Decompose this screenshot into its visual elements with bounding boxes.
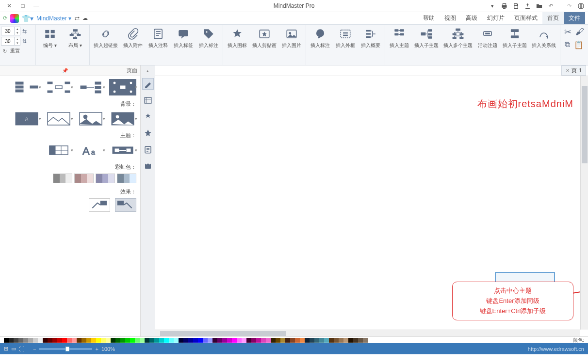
theme-icon[interactable]: 👕▾	[22, 15, 33, 22]
tool-history[interactable]	[142, 160, 154, 172]
insert-tag-button[interactable]: 插入标注	[198, 27, 219, 49]
palette-color[interactable]	[159, 338, 164, 343]
insert-icon-button[interactable]: 插入图标	[227, 27, 247, 49]
palette-color[interactable]	[212, 338, 217, 343]
palette-color[interactable]	[348, 338, 353, 343]
palette-color[interactable]	[23, 338, 28, 343]
palette-color[interactable]	[135, 338, 140, 343]
palette-color[interactable]	[111, 338, 115, 343]
palette-color[interactable]	[77, 338, 82, 343]
palette-color[interactable]	[57, 338, 62, 343]
palette-color[interactable]	[363, 338, 368, 343]
zoom-slider[interactable]	[39, 348, 92, 350]
palette-color[interactable]	[339, 338, 343, 343]
palette-color[interactable]	[48, 338, 52, 343]
palette-color[interactable]	[217, 338, 222, 343]
palette-color[interactable]	[149, 338, 154, 343]
layout-thumb-1[interactable]	[13, 79, 40, 95]
pin-icon[interactable]: 📌	[62, 68, 68, 73]
palette-color[interactable]	[305, 338, 310, 343]
palette-color[interactable]	[242, 338, 246, 343]
palette-color[interactable]	[33, 338, 38, 343]
side-panel-tab[interactable]: 📌 页面	[0, 65, 140, 76]
paintbrush-icon[interactable]: ✂	[564, 27, 572, 37]
palette-color[interactable]	[154, 338, 159, 343]
bg-thumb-2[interactable]	[45, 111, 72, 127]
palette-color[interactable]	[251, 338, 256, 343]
palette-color[interactable]	[4, 338, 9, 343]
undo-icon[interactable]: ↶	[546, 1, 555, 10]
layout-thumb-2[interactable]	[45, 79, 72, 95]
palette-color[interactable]	[14, 338, 18, 343]
palette-color[interactable]	[208, 338, 212, 343]
fit-icon[interactable]: ▭	[11, 346, 16, 352]
palette-color[interactable]	[18, 338, 23, 343]
reset-spacing-button[interactable]: ↻重置	[1, 47, 27, 55]
insert-comment-button[interactable]: 插入标签	[173, 27, 194, 49]
layout-thumb-3[interactable]	[77, 79, 104, 95]
bg-thumb-4[interactable]	[109, 111, 136, 127]
insert-hyperlink-button[interactable]: 插入超链接	[94, 27, 118, 49]
open-icon[interactable]	[535, 1, 543, 10]
insert-multi-topic-button[interactable]: 插入多个主题	[443, 27, 473, 49]
palette-color[interactable]	[203, 338, 208, 343]
insert-note-button[interactable]: 插入注释	[148, 27, 168, 49]
theme-thumb-3[interactable]	[109, 142, 136, 158]
export-icon[interactable]	[523, 1, 532, 10]
effect-thumb-1[interactable]	[89, 198, 110, 212]
doc-title[interactable]: MindMaster ▾	[36, 15, 71, 22]
tool-outline[interactable]	[142, 95, 154, 106]
palette-color[interactable]	[179, 338, 183, 343]
close-button[interactable]: ✕	[3, 1, 16, 11]
palette-color[interactable]	[276, 338, 280, 343]
bg-thumb-3[interactable]	[77, 111, 104, 127]
globe-icon[interactable]	[576, 1, 585, 10]
copy-icon[interactable]: ⧉	[565, 40, 570, 49]
zoom-in-button[interactable]: +	[95, 346, 98, 352]
canvas-scrollbar-v[interactable]	[580, 76, 588, 330]
refresh-icon[interactable]: ⟳	[3, 15, 7, 21]
palette-color[interactable]	[271, 338, 276, 343]
palette-color[interactable]	[38, 338, 43, 343]
print-icon[interactable]	[500, 1, 508, 10]
palette-color[interactable]	[319, 338, 324, 343]
palette-color[interactable]	[169, 338, 174, 343]
insert-boundary-button[interactable]: 插入外框	[335, 27, 356, 49]
palette-color[interactable]	[198, 338, 203, 343]
redo-icon[interactable]: ↷	[565, 1, 573, 10]
effect-thumb-2[interactable]	[115, 198, 136, 212]
tab-layout[interactable]: 页面样式	[509, 12, 542, 24]
paste-icon[interactable]: 📋	[574, 40, 584, 49]
close-tab-icon[interactable]: ✕	[566, 68, 570, 73]
layout-thumb-4[interactable]	[109, 79, 136, 95]
bg-thumb-1[interactable]: A	[13, 111, 40, 127]
palette-color[interactable]	[174, 338, 179, 343]
palette-color[interactable]	[334, 338, 339, 343]
color-swatch[interactable]	[117, 174, 136, 183]
palette-color[interactable]	[237, 338, 242, 343]
share-icon[interactable]: ⮂	[74, 16, 80, 21]
color-swatch[interactable]	[74, 174, 94, 183]
palette-color[interactable]	[183, 338, 188, 343]
insert-attachment-button[interactable]: 插入附件	[123, 27, 143, 49]
palette-color[interactable]	[52, 338, 57, 343]
tab-file[interactable]: 文件	[564, 12, 585, 24]
palette-color[interactable]	[227, 338, 232, 343]
save-icon[interactable]	[511, 1, 520, 10]
palette-color[interactable]	[140, 338, 145, 343]
insert-callout-button[interactable]: 插入标注	[310, 27, 330, 49]
zoom-level[interactable]: 100%	[101, 346, 115, 352]
canvas-scrollbar-h[interactable]	[155, 330, 580, 336]
footer-link[interactable]: http://www.edrawsoft.cn	[528, 346, 584, 352]
palette-color[interactable]	[72, 338, 77, 343]
fullscreen-icon[interactable]: ⛶	[19, 346, 24, 352]
palette-color[interactable]	[96, 338, 101, 343]
palette-color[interactable]	[145, 338, 149, 343]
palette-color[interactable]	[295, 338, 300, 343]
palette-color[interactable]	[358, 338, 363, 343]
theme-thumb-1[interactable]	[45, 142, 72, 158]
insert-summary-button[interactable]: 插入概要	[360, 27, 381, 49]
insert-subtopic-button[interactable]: 插入子主题	[414, 27, 439, 49]
palette-color[interactable]	[329, 338, 334, 343]
palette[interactable]	[2, 338, 571, 343]
